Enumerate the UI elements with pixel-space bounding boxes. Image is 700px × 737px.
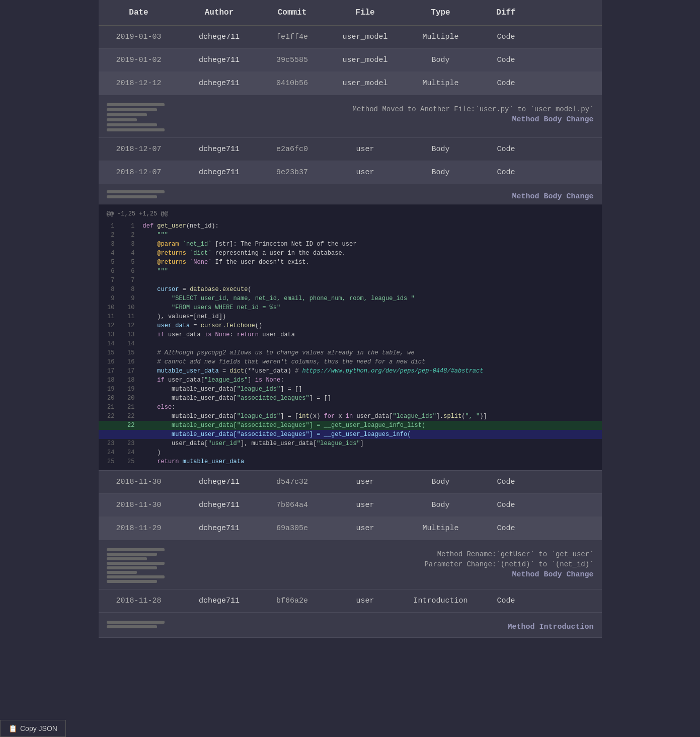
- cell-commit: d547c32: [260, 471, 325, 493]
- diff-line: 18 18 if user_data["league_ids"] is None…: [99, 376, 602, 385]
- diff-line: 2 2 """: [99, 231, 602, 240]
- diff-line: 19 19 mutable_user_data["league_ids"] = …: [99, 385, 602, 394]
- diff-line: 21 21 else:: [99, 403, 602, 412]
- cell-date: 2018-11-30: [99, 494, 179, 517]
- cell-author: dchege711: [179, 49, 260, 71]
- cell-author: dchege711: [179, 494, 260, 517]
- thumbnail: [107, 544, 167, 583]
- expand-text: Method Introduction: [175, 617, 594, 631]
- cell-file: user_model: [325, 49, 406, 71]
- cell-date: 2018-11-28: [99, 589, 179, 612]
- cell-diff: Code: [476, 589, 536, 612]
- thumb-line: [107, 118, 137, 121]
- table-row[interactable]: 2018-11-30 dchege711 d547c32 user Body C…: [99, 471, 602, 494]
- cell-diff: Code: [476, 471, 536, 493]
- thumb-line: [107, 548, 165, 551]
- cell-date: 2018-12-12: [99, 72, 179, 95]
- diff-line-highlighted: 22 mutable_user_data["associated_leagues…: [99, 421, 602, 430]
- diff-line: 16 16 # cannot add new fields that weren…: [99, 357, 602, 366]
- diff-line: 10 10 "FROM users WHERE net_id = %s": [99, 303, 602, 312]
- diff-line: 7 7: [99, 276, 602, 285]
- diff-line: 25 25 return mutable_user_data: [99, 457, 602, 466]
- cell-type: Body: [406, 494, 476, 517]
- thumb-line: [107, 557, 147, 560]
- table-row[interactable]: 2018-11-29 dchege711 69a305e user Multip…: [99, 517, 602, 540]
- method-body-change-label: Method Body Change: [175, 192, 594, 201]
- cell-author: dchege711: [179, 138, 260, 161]
- cell-type: Multiple: [406, 72, 476, 95]
- cell-diff: Code: [476, 26, 536, 48]
- thumb-line: [107, 566, 157, 569]
- diff-line: 15 15 # Although psycopg2 allows us to c…: [99, 348, 602, 357]
- diff-line: 4 4 @returns `dict` representing a user …: [99, 249, 602, 258]
- diff-line: 5 5 @returns `None` If the user doesn't …: [99, 258, 602, 267]
- cell-diff: Code: [476, 494, 536, 517]
- expand-text: Method Body Change: [175, 186, 594, 201]
- cell-date: 2019-01-02: [99, 49, 179, 71]
- expanded-row-2018-12-07b: Method Body Change: [99, 184, 602, 204]
- col-date: Date: [99, 0, 179, 25]
- expand-text: Method Rename:`getUser` to `get_user` Pa…: [175, 544, 594, 579]
- method-rename-label: Method Rename:`getUser` to `get_user`: [175, 550, 594, 558]
- table-row[interactable]: 2019-01-02 dchege711 39c5585 user_model …: [99, 49, 602, 72]
- diff-line: 14 14: [99, 339, 602, 348]
- thumb-line: [107, 195, 157, 198]
- method-body-change-label: Method Body Change: [175, 115, 594, 124]
- thumb-line: [107, 123, 157, 126]
- thumb-line: [107, 113, 147, 116]
- diff-line: 9 9 "SELECT user_id, name, net_id, email…: [99, 294, 602, 303]
- expanded-row-2018-12-12: Method Moved to Another File:`user.py` t…: [99, 95, 602, 138]
- thumbnail: [107, 617, 167, 628]
- table-row[interactable]: 2018-12-07 dchege711 9e23b37 user Body C…: [99, 161, 602, 184]
- thumb-line: [107, 553, 157, 556]
- table-row[interactable]: 2018-11-28 dchege711 bf66a2e user Introd…: [99, 589, 602, 613]
- cell-commit: e2a6fc0: [260, 138, 325, 161]
- thumb-line: [107, 562, 165, 565]
- cell-commit: 9e23b37: [260, 161, 325, 184]
- expanded-row-2018-11-28: Method Introduction: [99, 613, 602, 638]
- cell-file: user_model: [325, 72, 406, 95]
- method-body-change-label: Method Body Change: [175, 570, 594, 579]
- cell-commit: 0410b56: [260, 72, 325, 95]
- expanded-row-2018-11-29: Method Rename:`getUser` to `get_user` Pa…: [99, 540, 602, 589]
- cell-commit: bf66a2e: [260, 589, 325, 612]
- param-change-label: Parameter Change:`(netid)` to `(net_id)`: [175, 560, 594, 568]
- cell-commit: 69a305e: [260, 517, 325, 540]
- cell-file: user: [325, 471, 406, 493]
- thumb-line: [107, 108, 157, 111]
- thumb-line: [107, 625, 157, 628]
- code-diff: @@ -1,25 +1,25 @@ 1 1 def get_user(net_i…: [99, 204, 602, 471]
- cell-file: user: [325, 589, 406, 612]
- cell-commit: fe1ff4e: [260, 26, 325, 48]
- cell-diff: Code: [476, 72, 536, 95]
- table-row[interactable]: 2018-12-12 dchege711 0410b56 user_model …: [99, 72, 602, 95]
- cell-type: Body: [406, 138, 476, 161]
- diff-line-changed: mutable_user_data["associated_leagues"] …: [99, 430, 602, 439]
- table-header: Date Author Commit File Type Diff: [99, 0, 602, 26]
- cell-type: Multiple: [406, 517, 476, 540]
- cell-diff: Code: [476, 161, 536, 184]
- thumb-line: [107, 621, 165, 624]
- diff-line: 6 6 """: [99, 267, 602, 276]
- cell-file: user_model: [325, 26, 406, 48]
- cell-author: dchege711: [179, 517, 260, 540]
- diff-line: 23 23 user_data["user_id"], mutable_user…: [99, 439, 602, 448]
- table-row[interactable]: 2019-01-03 dchege711 fe1ff4e user_model …: [99, 26, 602, 49]
- diff-line: 20 20 mutable_user_data["associated_leag…: [99, 394, 602, 403]
- col-commit: Commit: [260, 0, 325, 25]
- cell-author: dchege711: [179, 72, 260, 95]
- cell-diff: Code: [476, 138, 536, 161]
- cell-diff: Code: [476, 517, 536, 540]
- diff-line: 24 24 ): [99, 448, 602, 457]
- diff-line: 22 22 mutable_user_data["league_ids"] = …: [99, 412, 602, 421]
- diff-line: 11 11 ), values=[net_id]): [99, 312, 602, 321]
- table-row[interactable]: 2018-12-07 dchege711 e2a6fc0 user Body C…: [99, 138, 602, 161]
- cell-commit: 39c5585: [260, 49, 325, 71]
- diff-line: 8 8 cursor = database.execute(: [99, 285, 602, 294]
- cell-author: dchege711: [179, 471, 260, 493]
- thumb-line: [107, 190, 165, 193]
- cell-date: 2018-11-29: [99, 517, 179, 540]
- table-row[interactable]: 2018-11-30 dchege711 7b064a4 user Body C…: [99, 494, 602, 517]
- cell-type: Body: [406, 49, 476, 71]
- cell-type: Body: [406, 471, 476, 493]
